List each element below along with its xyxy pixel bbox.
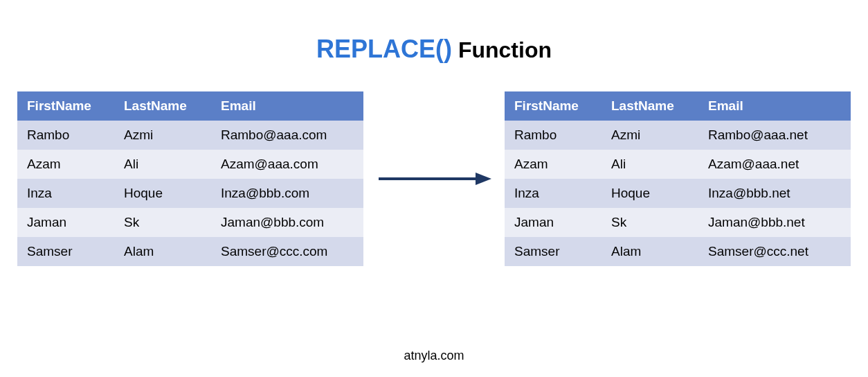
- cell-lastname: Azmi: [602, 121, 698, 150]
- cell-lastname: Sk: [602, 208, 698, 237]
- cell-lastname: Alam: [602, 237, 698, 266]
- cell-email: Samser@ccc.net: [698, 237, 851, 266]
- arrow-right-icon: [375, 168, 493, 189]
- cell-email: Azam@aaa.net: [698, 150, 851, 179]
- cell-lastname: Hoque: [114, 179, 211, 208]
- content-row: FirstName LastName Email Rambo Azmi Ramb…: [0, 91, 868, 266]
- cell-lastname: Hoque: [602, 179, 698, 208]
- table-row: Jaman Sk Jaman@bbb.com: [17, 208, 363, 237]
- table-row: Inza Hoque Inza@bbb.com: [17, 179, 363, 208]
- footer-attribution: atnyla.com: [404, 349, 464, 363]
- page-title: REPLACE() Function: [0, 0, 868, 91]
- cell-firstname: Azam: [17, 150, 114, 179]
- table-row: Jaman Sk Jaman@bbb.net: [505, 208, 851, 237]
- cell-lastname: Sk: [114, 208, 211, 237]
- cell-firstname: Rambo: [505, 121, 602, 150]
- header-email: Email: [211, 91, 363, 121]
- cell-firstname: Rambo: [17, 121, 114, 150]
- cell-email: Rambo@aaa.net: [698, 121, 851, 150]
- header-email: Email: [698, 91, 851, 121]
- cell-firstname: Azam: [505, 150, 602, 179]
- result-table: FirstName LastName Email Rambo Azmi Ramb…: [505, 91, 851, 266]
- cell-firstname: Jaman: [505, 208, 602, 237]
- table-row: Azam Ali Azam@aaa.net: [505, 150, 851, 179]
- cell-email: Rambo@aaa.com: [211, 121, 363, 150]
- cell-firstname: Jaman: [17, 208, 114, 237]
- table-row: Azam Ali Azam@aaa.com: [17, 150, 363, 179]
- cell-lastname: Azmi: [114, 121, 211, 150]
- header-lastname: LastName: [602, 91, 698, 121]
- cell-firstname: Inza: [505, 179, 602, 208]
- header-lastname: LastName: [114, 91, 211, 121]
- cell-email: Samser@ccc.com: [211, 237, 363, 266]
- table-header-row: FirstName LastName Email: [505, 91, 851, 121]
- source-table: FirstName LastName Email Rambo Azmi Ramb…: [17, 91, 363, 266]
- cell-email: Azam@aaa.com: [211, 150, 363, 179]
- cell-email: Jaman@bbb.com: [211, 208, 363, 237]
- table-row: Samser Alam Samser@ccc.net: [505, 237, 851, 266]
- title-suffix: Function: [452, 37, 552, 62]
- cell-lastname: Ali: [602, 150, 698, 179]
- title-highlight: REPLACE(): [316, 35, 452, 63]
- table-row: Samser Alam Samser@ccc.com: [17, 237, 363, 266]
- table-row: Rambo Azmi Rambo@aaa.net: [505, 121, 851, 150]
- header-firstname: FirstName: [505, 91, 602, 121]
- table-row: Rambo Azmi Rambo@aaa.com: [17, 121, 363, 150]
- cell-firstname: Samser: [17, 237, 114, 266]
- cell-email: Inza@bbb.com: [211, 179, 363, 208]
- cell-firstname: Samser: [505, 237, 602, 266]
- cell-lastname: Ali: [114, 150, 211, 179]
- table-header-row: FirstName LastName Email: [17, 91, 363, 121]
- cell-firstname: Inza: [17, 179, 114, 208]
- cell-lastname: Alam: [114, 237, 211, 266]
- cell-email: Inza@bbb.net: [698, 179, 851, 208]
- header-firstname: FirstName: [17, 91, 114, 121]
- cell-email: Jaman@bbb.net: [698, 208, 851, 237]
- arrow-container: [372, 168, 496, 189]
- table-row: Inza Hoque Inza@bbb.net: [505, 179, 851, 208]
- svg-marker-1: [476, 173, 491, 185]
